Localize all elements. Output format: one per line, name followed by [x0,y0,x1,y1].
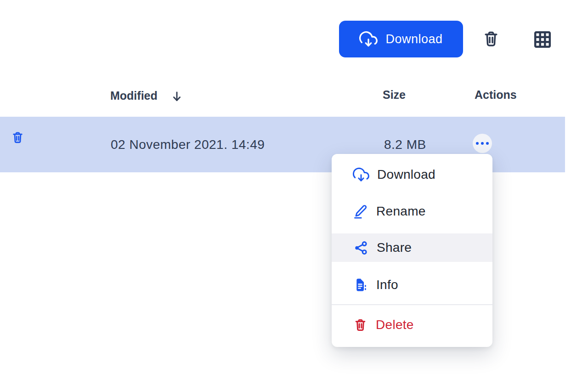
menu-item-label: Share [377,240,412,255]
menu-item-delete[interactable]: Delete [332,307,492,343]
menu-item-info[interactable]: Info [332,267,492,303]
ellipsis-icon [476,142,489,145]
download-button-label: Download [385,32,442,46]
menu-item-label: Rename [376,204,426,219]
column-header-label: Size [383,88,406,102]
delete-selected-button[interactable] [480,28,502,51]
column-header-modified[interactable]: Modified [110,88,184,103]
row-delete-button[interactable] [11,131,25,145]
arrow-down-icon [170,89,184,104]
share-nodes-icon [353,240,369,256]
file-manager-screen: Download Modified [0,0,588,386]
trash-icon [481,29,501,51]
menu-item-rename[interactable]: Rename [332,193,492,230]
grid-icon [532,29,553,51]
cloud-download-icon [353,166,369,183]
grid-view-button[interactable] [531,28,554,51]
row-modified-cell: 02 November 2021. 14:49 [111,117,265,172]
menu-item-share[interactable]: Share [332,233,492,262]
menu-item-download[interactable]: Download [332,156,492,193]
cloud-download-icon [359,30,378,48]
column-header-actions: Actions [475,88,517,102]
trash-icon [353,318,368,333]
menu-item-label: Delete [376,318,414,332]
download-button[interactable]: Download [339,21,463,57]
context-menu: Download Rename Share [332,154,492,347]
pencil-icon [353,204,368,219]
file-info-icon [353,277,368,293]
menu-divider [332,304,492,305]
menu-item-label: Info [376,278,398,292]
menu-item-label: Download [377,167,435,182]
column-header-size[interactable]: Size [383,88,406,102]
column-header-label: Actions [475,88,517,102]
column-header-label: Modified [110,89,158,102]
row-more-actions-button[interactable] [473,134,492,153]
